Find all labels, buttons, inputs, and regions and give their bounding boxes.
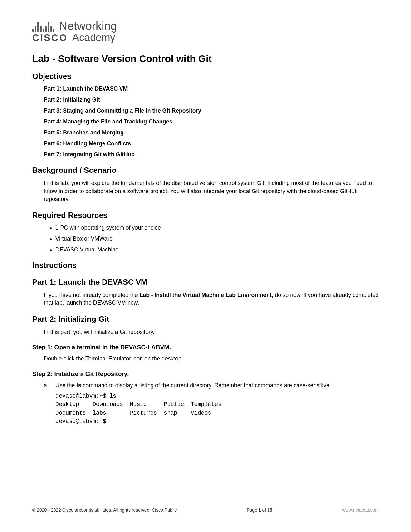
background-header: Background / Scenario [32, 166, 379, 175]
objective-item: Part 3: Staging and Committing a File in… [44, 107, 379, 114]
footer-page-indicator: Page 1 of 15 [177, 507, 342, 513]
code-output-line: Documents labs Pictures snap Videos [55, 410, 211, 416]
resource-item: 1 PC with operating system of your choic… [55, 224, 379, 231]
part1-text: If you have not already completed the La… [32, 291, 379, 307]
resource-item: DEVASC Virtual Machine [55, 246, 379, 253]
part1-text-pre: If you have not already completed the [44, 292, 140, 298]
objectives-list: Part 1: Launch the DEVASC VM Part 2: Ini… [32, 85, 379, 158]
part1-header: Part 1: Launch the DEVASC VM [32, 278, 379, 287]
objectives-header: Objectives [32, 72, 379, 81]
part2-header: Part 2: Initializing Git [32, 315, 379, 324]
cisco-logo-block: Networking CISCO Academy [32, 19, 379, 44]
resources-header: Required Resources [32, 211, 379, 220]
page-footer: © 2020 - 2022 Cisco and/or its affiliate… [32, 507, 379, 513]
part2-text: In this part, you will initialize a Git … [32, 328, 379, 336]
step1-header: Step 1: Open a terminal in the DEVASC-LA… [32, 344, 379, 351]
step2-header: Step 2: Initialize a Git Repository. [32, 370, 379, 378]
code-output-line: Desktop Downloads Music Public Templates [55, 401, 221, 408]
objective-item: Part 1: Launch the DEVASC VM [44, 85, 379, 92]
footer-page-pre: Page [247, 507, 259, 513]
part1-bold-lab: Lab - Install the Virtual Machine Lab En… [140, 292, 272, 298]
code-command: ls [110, 393, 116, 399]
footer-page-mid: of [261, 507, 267, 513]
objective-item: Part 6: Handling Merge Conflicts [44, 140, 379, 147]
step2-a-text: Use the ls command to display a listing … [55, 381, 331, 389]
step2-a-post: command to display a listing of the curr… [81, 382, 331, 389]
objective-item: Part 4: Managing the File and Tracking C… [44, 118, 379, 125]
step2-a-cmd: ls [76, 382, 81, 389]
step1-text: Double-click the Terminal Emulator icon … [32, 355, 379, 363]
objective-item: Part 5: Branches and Merging [44, 129, 379, 136]
resources-list: 1 PC with operating system of your choic… [32, 224, 379, 253]
logo-text-academy: Academy [72, 32, 115, 44]
objective-item: Part 2: Initializing Git [44, 96, 379, 103]
lab-title: Lab - Software Version Control with Git [32, 53, 379, 64]
step2-a-letter: a. [44, 381, 50, 389]
background-text: In this lab, you will explore the fundam… [32, 179, 379, 203]
footer-url: www.netacad.com [342, 507, 379, 513]
logo-text-cisco: CISCO [32, 32, 68, 43]
step2-a: a. Use the ls command to display a listi… [32, 381, 379, 389]
resource-item: Virtual Box or VMWare [55, 235, 379, 242]
code-prompt: devasc@labvm:~$ [55, 393, 110, 399]
instructions-header: Instructions [32, 261, 379, 270]
objective-item: Part 7: Integrating Git with GitHub [44, 151, 379, 158]
code-prompt: devasc@labvm:~$ [55, 418, 106, 425]
logo-text-networking: Networking [59, 19, 117, 33]
code-block: devasc@labvm:~$ ls Desktop Downloads Mus… [32, 392, 379, 426]
footer-copyright: © 2020 - 2022 Cisco and/or its affiliate… [32, 507, 177, 513]
cisco-bars-icon [32, 20, 54, 32]
footer-page-total: 15 [267, 507, 272, 513]
step2-a-pre: Use the [55, 382, 76, 389]
